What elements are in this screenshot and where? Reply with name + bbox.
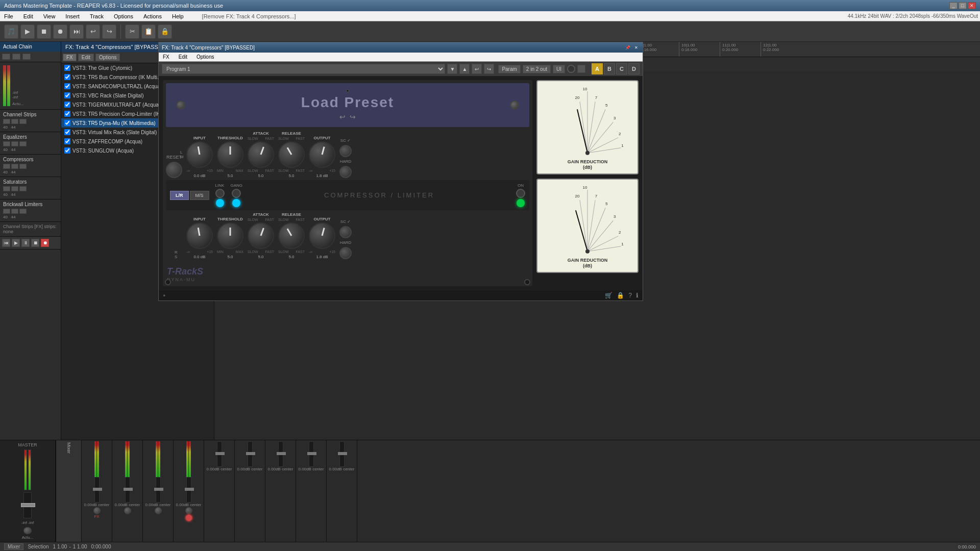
strip-5-fader[interactable] [217,441,222,467]
comp-ctrl-3[interactable] [19,164,27,169]
preset-arrow-up[interactable]: ▲ [459,64,470,74]
load-preset-text[interactable]: Load Preset [301,94,394,111]
output-bottom-knob[interactable] [309,222,335,249]
strip-4-rec[interactable] [185,514,192,521]
menu-insert[interactable]: Insert [63,13,82,19]
eq-ctrl-3[interactable] [19,141,27,146]
toolbar-btn-2[interactable]: ▶ [20,24,35,39]
strip-2-fader-handle[interactable] [124,488,133,491]
toolbar-btn-7[interactable]: ↪ [102,24,116,39]
release-knob[interactable] [278,141,305,168]
gang-small-knob[interactable] [232,189,241,198]
minimize-button[interactable]: _ [949,2,958,9]
preset-undo[interactable]: ↩ [472,64,482,74]
fx-item-7-checkbox[interactable] [64,129,70,135]
ctrl-3[interactable] [19,119,27,124]
strip-9-fader[interactable] [339,441,345,467]
preset-arrow-down[interactable]: ▼ [447,64,457,74]
menu-help[interactable]: Help [170,13,186,19]
ctrl-1[interactable] [3,119,10,124]
close-button[interactable]: ✕ [968,2,976,9]
toolbar-btn-9[interactable]: 📋 [141,24,156,39]
section-equalizers[interactable]: Equalizers 40 44 [0,132,61,155]
on-small-knob[interactable] [516,189,525,198]
ab-btn-d[interactable]: D [628,63,640,74]
bottom-left-knob[interactable] [165,279,171,285]
bottom-right-knob[interactable] [524,279,530,285]
toolbar-btn-5[interactable]: ⏭ [69,24,84,39]
fx-item-3-checkbox[interactable] [64,92,70,98]
strip-4-fader[interactable] [186,477,191,503]
strip-7-fader[interactable] [278,441,283,467]
toolbar-btn-3[interactable]: ⏹ [37,24,51,39]
section-brickwall[interactable]: Brickwall Limiters 40 44 [0,199,61,222]
strip-9-fader-handle[interactable] [338,452,347,455]
strip-8-fader-handle[interactable] [307,452,316,455]
section-channel-strips[interactable]: Channel Strips 40 44 [0,110,61,132]
chain-btn-2[interactable] [12,54,20,60]
plugin-menu-fx[interactable]: FX [161,54,172,60]
ui-extra[interactable] [577,65,585,73]
eq-ctrl-2[interactable] [11,141,18,146]
input-bottom-knob[interactable] [186,222,213,249]
strip-7-fader-handle[interactable] [277,452,286,455]
comp-ctrl-2[interactable] [11,164,18,169]
fx-item-2-checkbox[interactable] [64,83,70,89]
strip-3-fader[interactable] [156,477,161,503]
fx-item-4-checkbox[interactable] [64,102,70,108]
bw-ctrl-3[interactable] [19,209,27,214]
bw-ctrl-2[interactable] [11,209,18,214]
bw-ctrl-1[interactable] [3,209,10,214]
section-saturators[interactable]: Saturators 40 44 [0,177,61,199]
strip-3-pan[interactable] [155,507,162,514]
menu-file[interactable]: File [2,13,15,19]
master-pan-knob[interactable] [23,527,32,534]
question-icon[interactable]: ? [628,292,632,299]
transport-record[interactable]: ⏺ [41,239,49,247]
fx-tab-options[interactable]: Options [95,54,120,61]
master-fader-handle[interactable] [21,503,35,507]
strip-4-fader-handle[interactable] [185,488,194,491]
input-knob[interactable] [186,141,213,168]
preset-dot-1[interactable] [346,89,349,92]
info-icon[interactable]: ℹ [636,292,639,299]
lr-button[interactable]: L/R [170,191,189,200]
hard-knob-bottom[interactable] [339,247,352,259]
fx-item-1-checkbox[interactable] [64,74,70,80]
sat-ctrl-3[interactable] [19,186,27,191]
ui-toggle[interactable] [567,65,575,73]
ab-btn-c[interactable]: C [616,63,627,74]
toolbar-btn-6[interactable]: ↩ [86,24,100,39]
fx-item-5-checkbox[interactable] [64,111,70,117]
transport-prev[interactable]: ⏮ [2,239,10,247]
mixer-toggle-btn[interactable]: Mixer [4,543,23,550]
strip-3-fader-handle[interactable] [154,488,163,491]
fx-item-0-checkbox[interactable] [64,65,70,71]
ms-button[interactable]: M/S [190,191,209,200]
menu-view[interactable]: View [41,13,58,19]
menu-edit[interactable]: Edit [21,13,35,19]
master-fader-track[interactable] [23,492,32,518]
eq-ctrl-1[interactable] [3,141,10,146]
preset-dropdown[interactable]: Program 1 [162,64,445,74]
ctrl-2[interactable] [11,119,18,124]
param-button[interactable]: Param [498,65,520,73]
fx-tab-edit[interactable]: Edit [78,54,94,61]
fx-tab-fx[interactable]: FX [63,54,77,61]
transport-pause[interactable]: ⏸ [21,239,30,247]
link-toggle[interactable] [216,199,224,207]
mixer-label[interactable]: Mixer [66,442,71,454]
strip-2-fader[interactable] [125,477,130,503]
sat-ctrl-2[interactable] [11,186,18,191]
attack-knob[interactable] [248,141,274,168]
sat-ctrl-1[interactable] [3,186,10,191]
plugin-pin[interactable]: 📌 [624,44,631,51]
strip-1-pan[interactable] [93,507,101,514]
strip-8-fader[interactable] [309,441,314,467]
menu-track[interactable]: Track [88,13,106,19]
toolbar-btn-1[interactable]: 🎵 [4,24,18,39]
section-compressors[interactable]: Compressors 40 44 [0,155,61,177]
release-bottom-knob[interactable] [278,222,305,249]
preset-arrow-left[interactable]: ↩ [339,113,346,121]
strip-1-fx-label[interactable]: FX [94,514,99,519]
